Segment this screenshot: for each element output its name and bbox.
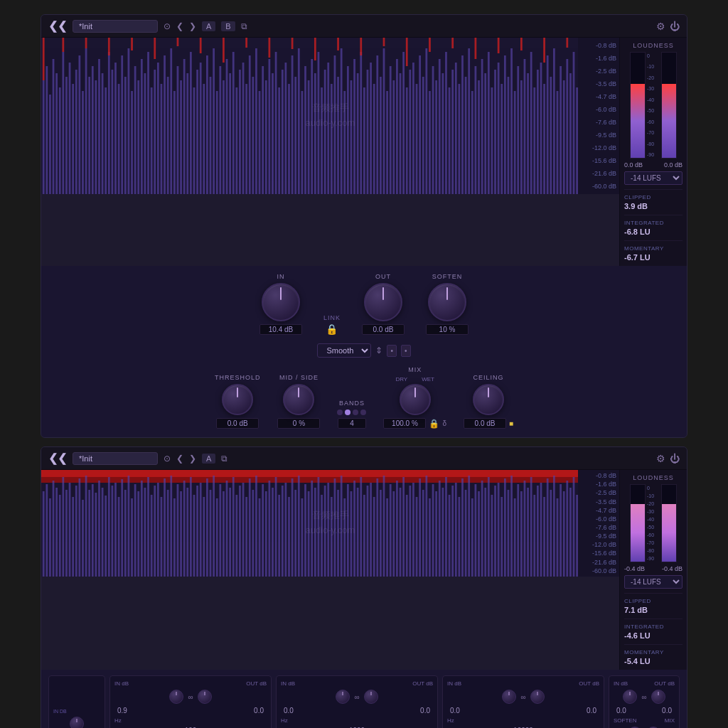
band-1-out-knob-group xyxy=(198,690,212,704)
svg-rect-348 xyxy=(553,476,555,577)
lock-icon-mix[interactable]: 🔒 xyxy=(429,419,439,429)
svg-rect-316 xyxy=(449,495,451,577)
ab-label-a-2[interactable]: A xyxy=(202,454,215,464)
svg-rect-253 xyxy=(242,483,245,577)
nav-next-2[interactable]: ❯ xyxy=(189,454,196,464)
power-icon-2[interactable]: ⏻ xyxy=(670,453,680,464)
svg-rect-181 xyxy=(406,38,408,66)
band-3-out-knob[interactable] xyxy=(530,690,545,704)
waveform-area-2: -0.8 dB -1.6 dB -2.5 dB -3.5 dB -4.7 dB … xyxy=(41,470,619,577)
soften-knob[interactable] xyxy=(428,283,466,321)
svg-rect-350 xyxy=(560,484,562,577)
svg-rect-67 xyxy=(259,91,261,194)
svg-rect-292 xyxy=(370,483,372,577)
band-4-out-knob[interactable] xyxy=(651,690,665,704)
svg-rect-230 xyxy=(167,490,169,577)
preset-name-2[interactable]: *Init xyxy=(73,452,158,465)
preset-name-1[interactable]: *Init xyxy=(73,20,158,33)
copy-btn-2[interactable]: ⧉ xyxy=(221,454,228,464)
svg-rect-151 xyxy=(533,87,535,194)
smooth-dot-btn-2[interactable]: • xyxy=(401,345,411,357)
sync-btn-2[interactable]: ⊙ xyxy=(164,454,171,464)
svg-rect-240 xyxy=(200,483,202,577)
smooth-select-1[interactable]: Smooth xyxy=(317,343,371,358)
band-3-link-icon[interactable]: ∞ xyxy=(520,693,525,701)
svg-rect-101 xyxy=(370,63,372,194)
svg-rect-58 xyxy=(229,73,231,194)
svg-rect-116 xyxy=(419,55,421,194)
band-1-in-knob[interactable] xyxy=(169,690,183,704)
svg-rect-82 xyxy=(308,80,310,194)
band-2-in-knob[interactable] xyxy=(336,690,350,704)
loudness-title-2: LOUDNESS xyxy=(624,474,682,481)
lufs-select-1[interactable]: -14 LUFS xyxy=(624,171,682,185)
smooth-row-1: Smooth ⇕ • • xyxy=(55,343,673,358)
ab-label-a-1[interactable]: A xyxy=(202,21,215,31)
band-panel-4: IN dB OUT dB ∞ 0.0 0.0 SOFTEN MIX 0% xyxy=(609,675,680,728)
midside-knob[interactable] xyxy=(283,384,314,415)
lufs-select-2[interactable]: -14 LUFS xyxy=(624,575,682,589)
svg-rect-167 xyxy=(85,38,87,48)
svg-rect-26 xyxy=(124,77,127,194)
out-label: OUT xyxy=(375,273,391,280)
sync-btn-1[interactable]: ⊙ xyxy=(164,21,171,31)
band-4-link-icon[interactable]: ∞ xyxy=(641,693,646,701)
band-dot-4[interactable] xyxy=(360,410,366,415)
copy-btn-1[interactable]: ⧉ xyxy=(241,21,247,31)
band-1-out-knob[interactable] xyxy=(198,690,212,704)
band-dot-2[interactable] xyxy=(345,410,350,415)
svg-rect-317 xyxy=(451,486,454,577)
nav-prev-2[interactable]: ❮ xyxy=(176,454,183,464)
out-knob[interactable] xyxy=(364,283,402,321)
band-4-in-knob[interactable] xyxy=(623,690,637,704)
svg-rect-144 xyxy=(510,48,513,194)
settings-icon-1[interactable]: ⚙ xyxy=(656,21,665,32)
nav-next-1[interactable]: ❯ xyxy=(189,21,196,31)
band-dot-3[interactable] xyxy=(353,410,358,415)
nav-prev-1[interactable]: ❮ xyxy=(176,21,183,31)
svg-rect-258 xyxy=(259,498,261,577)
svg-rect-38 xyxy=(164,55,166,194)
main-in-knob[interactable] xyxy=(70,717,84,728)
svg-rect-326 xyxy=(481,481,483,577)
mix-value: 100.0 % xyxy=(383,418,426,429)
ceiling-knob[interactable] xyxy=(473,384,504,415)
svg-rect-23 xyxy=(114,63,117,194)
in-knob[interactable] xyxy=(262,283,300,321)
power-icon-1[interactable]: ⏻ xyxy=(670,21,680,32)
svg-rect-81 xyxy=(304,66,306,194)
svg-rect-304 xyxy=(409,486,411,577)
link-icon[interactable]: 🔒 xyxy=(326,323,338,335)
svg-rect-298 xyxy=(390,484,392,577)
clipped-section-1: CLIPPED 3.9 dB xyxy=(624,194,682,210)
header-1: ❮❮ *Init ⊙ ❮ ❯ A B ⧉ ⚙ ⏻ xyxy=(41,15,687,38)
band-2-link-icon[interactable]: ∞ xyxy=(354,693,359,701)
svg-rect-263 xyxy=(275,477,277,577)
band-3-in-knob[interactable] xyxy=(502,690,516,704)
svg-rect-205 xyxy=(85,476,87,577)
svg-rect-300 xyxy=(396,481,398,577)
svg-rect-260 xyxy=(265,491,267,577)
smooth-dot-btn-1[interactable]: • xyxy=(387,345,397,357)
svg-rect-210 xyxy=(102,488,104,577)
svg-rect-125 xyxy=(449,87,451,194)
svg-rect-68 xyxy=(262,66,264,194)
svg-rect-88 xyxy=(327,63,329,194)
svg-rect-8 xyxy=(65,77,68,194)
svg-rect-124 xyxy=(445,52,447,194)
svg-rect-64 xyxy=(249,55,251,194)
ab-label-b-1[interactable]: B xyxy=(221,21,235,31)
db-label-1: -0.8 dB xyxy=(581,42,616,49)
mix-knob[interactable] xyxy=(400,384,431,415)
svg-rect-313 xyxy=(439,481,441,577)
svg-rect-229 xyxy=(164,478,166,577)
threshold-knob[interactable] xyxy=(222,384,253,415)
svg-rect-197 xyxy=(59,495,61,577)
svg-rect-48 xyxy=(196,70,198,194)
band-1-link-icon[interactable]: ∞ xyxy=(188,693,193,701)
band-2-out-knob[interactable] xyxy=(364,690,378,704)
settings-icon-2[interactable]: ⚙ xyxy=(656,453,665,464)
band-dot-1[interactable] xyxy=(337,410,343,415)
svg-rect-227 xyxy=(157,483,159,577)
ceiling-knob-group: CEILING 0.0 dB ■ xyxy=(464,374,513,429)
